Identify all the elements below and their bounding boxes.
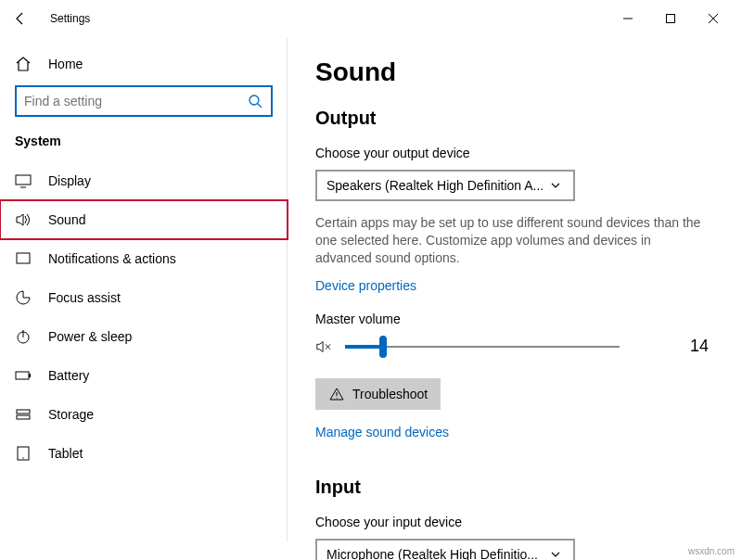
troubleshoot-button[interactable]: Troubleshoot bbox=[315, 378, 441, 410]
svg-point-14 bbox=[22, 457, 23, 458]
svg-point-16 bbox=[336, 397, 337, 398]
svg-point-2 bbox=[249, 95, 259, 105]
mute-icon[interactable] bbox=[315, 338, 332, 355]
sidebar: Home System Display Sound Notifications … bbox=[0, 37, 288, 560]
output-device-select[interactable]: Speakers (Realtek High Definition A... bbox=[315, 170, 575, 201]
search-input-wrapper[interactable] bbox=[15, 85, 273, 117]
search-input[interactable] bbox=[24, 94, 247, 108]
sidebar-item-label: Sound bbox=[48, 212, 85, 227]
svg-rect-6 bbox=[17, 253, 30, 263]
sidebar-item-focus-assist[interactable]: Focus assist bbox=[0, 278, 288, 317]
category-label: System bbox=[0, 134, 288, 161]
output-helptext: Certain apps may be set up to use differ… bbox=[315, 214, 705, 267]
focus-icon bbox=[15, 289, 32, 306]
search-icon bbox=[247, 93, 263, 109]
display-icon bbox=[15, 172, 32, 189]
sidebar-item-sound[interactable]: Sound bbox=[0, 200, 288, 239]
tablet-icon bbox=[15, 445, 32, 462]
sidebar-item-power[interactable]: Power & sleep bbox=[0, 317, 288, 356]
chevron-down-icon bbox=[547, 546, 564, 560]
output-heading: Output bbox=[315, 108, 714, 129]
notifications-icon bbox=[15, 250, 32, 267]
maximize-button[interactable] bbox=[649, 4, 692, 33]
home-icon bbox=[15, 56, 32, 72]
input-device-label: Choose your input device bbox=[315, 515, 714, 529]
device-properties-link[interactable]: Device properties bbox=[315, 278, 416, 293]
sidebar-item-label: Power & sleep bbox=[48, 329, 132, 344]
storage-icon bbox=[15, 406, 32, 423]
arrow-left-icon bbox=[12, 10, 29, 27]
chevron-down-icon bbox=[547, 177, 564, 194]
home-label: Home bbox=[48, 57, 83, 71]
input-device-select[interactable]: Microphone (Realtek High Definitio... bbox=[315, 539, 575, 560]
volume-value: 14 bbox=[690, 337, 714, 356]
input-device-value: Microphone (Realtek High Definitio... bbox=[326, 547, 547, 560]
output-device-label: Choose your output device bbox=[315, 146, 714, 160]
svg-rect-12 bbox=[17, 415, 30, 419]
svg-rect-1 bbox=[667, 15, 675, 23]
sidebar-item-label: Storage bbox=[48, 407, 94, 422]
main-content: Sound Output Choose your output device S… bbox=[288, 37, 742, 560]
warning-icon bbox=[328, 386, 345, 402]
home-nav[interactable]: Home bbox=[0, 48, 288, 85]
sidebar-item-display[interactable]: Display bbox=[0, 161, 288, 200]
app-title: Settings bbox=[50, 12, 90, 25]
page-title: Sound bbox=[315, 57, 714, 87]
svg-rect-10 bbox=[29, 374, 31, 377]
close-button[interactable] bbox=[692, 4, 735, 33]
volume-label: Master volume bbox=[315, 312, 714, 326]
sidebar-item-notifications[interactable]: Notifications & actions bbox=[0, 239, 288, 278]
watermark: wsxdn.com bbox=[688, 546, 735, 556]
battery-icon bbox=[15, 367, 32, 384]
sound-icon bbox=[15, 211, 32, 228]
volume-slider[interactable] bbox=[345, 336, 620, 358]
back-button[interactable] bbox=[7, 6, 33, 32]
sidebar-item-battery[interactable]: Battery bbox=[0, 356, 288, 395]
minimize-button[interactable] bbox=[607, 4, 649, 33]
sidebar-item-label: Notifications & actions bbox=[48, 251, 176, 266]
svg-rect-9 bbox=[16, 372, 29, 379]
sidebar-item-label: Display bbox=[48, 173, 91, 188]
output-device-value: Speakers (Realtek High Definition A... bbox=[326, 178, 547, 193]
sidebar-item-label: Battery bbox=[48, 368, 89, 383]
svg-rect-11 bbox=[17, 410, 30, 414]
svg-rect-4 bbox=[16, 175, 31, 185]
power-icon bbox=[15, 328, 32, 345]
sidebar-item-label: Tablet bbox=[48, 446, 83, 461]
sidebar-item-tablet[interactable]: Tablet bbox=[0, 434, 288, 473]
troubleshoot-label: Troubleshoot bbox=[352, 387, 428, 401]
input-heading: Input bbox=[315, 477, 714, 498]
sidebar-item-storage[interactable]: Storage bbox=[0, 395, 288, 434]
manage-devices-link[interactable]: Manage sound devices bbox=[315, 425, 449, 439]
svg-line-3 bbox=[258, 104, 262, 108]
sidebar-item-label: Focus assist bbox=[48, 290, 121, 305]
